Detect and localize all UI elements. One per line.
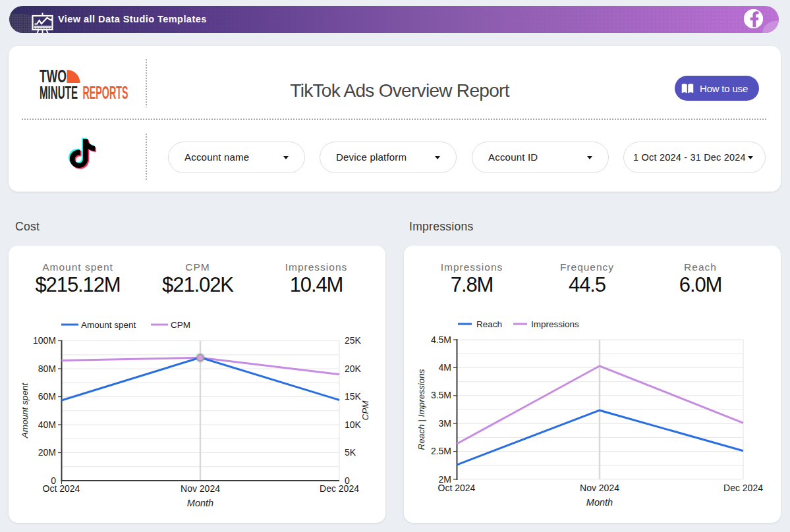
svg-text:Oct 2024: Oct 2024: [438, 483, 476, 493]
svg-text:Reach: Reach: [476, 319, 502, 329]
svg-text:80M: 80M: [38, 363, 56, 374]
svg-text:60M: 60M: [38, 391, 56, 402]
svg-text:100M: 100M: [33, 335, 56, 346]
svg-text:Amount spent: Amount spent: [81, 320, 136, 330]
svg-text:Nov 2024: Nov 2024: [181, 483, 220, 494]
svg-text:4M: 4M: [439, 362, 451, 373]
svg-text:5K: 5K: [345, 447, 356, 458]
svg-text:20M: 20M: [38, 447, 56, 458]
svg-text:Month: Month: [187, 498, 213, 508]
svg-text:Oct 2024: Oct 2024: [43, 483, 80, 494]
svg-text:15K: 15K: [345, 391, 362, 402]
svg-text:2.5M: 2.5M: [431, 446, 451, 456]
svg-text:40M: 40M: [38, 419, 56, 430]
svg-text:CPM: CPM: [360, 400, 370, 421]
svg-text:Dec 2024: Dec 2024: [320, 483, 359, 494]
svg-text:Dec 2024: Dec 2024: [723, 483, 763, 493]
svg-text:3M: 3M: [439, 418, 451, 429]
svg-text:20K: 20K: [345, 363, 362, 374]
svg-text:CPM: CPM: [171, 320, 190, 330]
svg-text:Amount spent: Amount spent: [20, 383, 30, 439]
svg-text:Reach | Impressions: Reach | Impressions: [416, 369, 426, 450]
svg-text:25K: 25K: [345, 335, 362, 346]
svg-text:10K: 10K: [345, 419, 362, 430]
svg-text:4.5M: 4.5M: [431, 334, 451, 345]
svg-text:3.5M: 3.5M: [431, 390, 451, 400]
svg-text:Nov 2024: Nov 2024: [580, 483, 619, 493]
svg-text:Impressions: Impressions: [531, 319, 579, 329]
svg-text:Month: Month: [586, 497, 613, 508]
